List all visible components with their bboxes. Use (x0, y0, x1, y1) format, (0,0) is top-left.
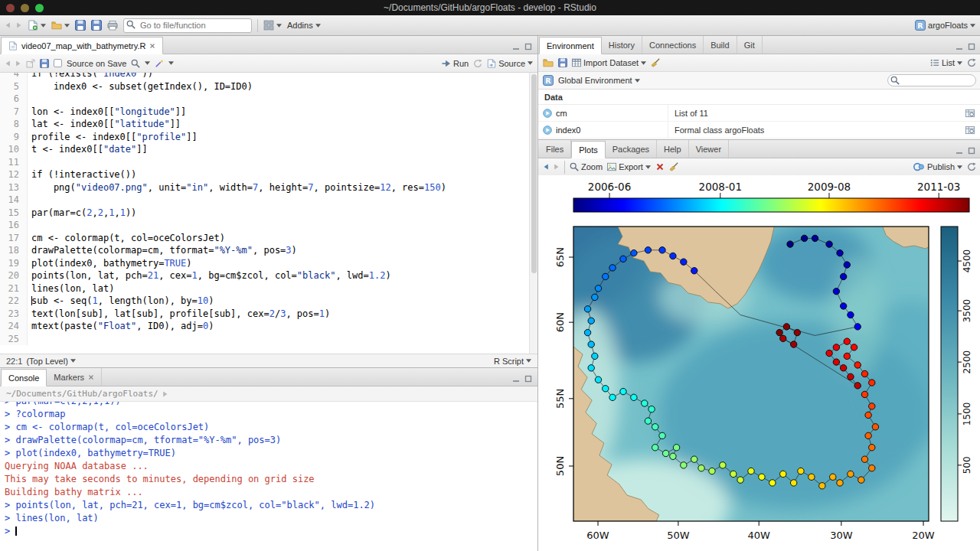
console-output-area[interactable]: > par(mar=c(2,2,1,1))> ?colormap> cm <- … (0, 402, 537, 551)
code-line[interactable]: 10t <- index0[["date"]] (0, 143, 529, 156)
view-object-icon[interactable] (965, 126, 975, 135)
tab-console[interactable]: Console (1, 369, 47, 386)
maximize-pane-icon[interactable] (968, 147, 975, 155)
code-line[interactable]: 22sub <- seq(1, length(lon), by=10) (0, 295, 529, 308)
export-plot-button[interactable]: Export (607, 162, 651, 171)
new-file-button[interactable] (28, 20, 46, 31)
r-logo-icon (543, 75, 554, 86)
tab-files[interactable]: Files (539, 140, 571, 158)
save-file-icon[interactable] (40, 59, 49, 68)
code-line[interactable]: 7lon <- index0[["longitude"]] (0, 106, 529, 119)
publish-button[interactable]: Publish (913, 161, 962, 172)
project-menu-button[interactable]: argoFloats (915, 20, 975, 31)
minimize-pane-icon[interactable] (512, 43, 520, 51)
cursor-position: 22:1 (6, 357, 22, 366)
source-on-save-checkbox[interactable] (54, 59, 62, 67)
environment-scope-selector[interactable]: Global Environment (558, 76, 640, 85)
maximize-pane-icon[interactable] (524, 43, 532, 51)
code-line[interactable]: 4if (!exists("index0")) (0, 73, 529, 80)
rerun-icon[interactable] (473, 59, 482, 68)
minimize-pane-icon[interactable] (512, 375, 520, 383)
export-image-icon (607, 162, 616, 171)
tab-connections[interactable]: Connections (642, 36, 704, 54)
close-tab-icon[interactable] (88, 374, 94, 380)
open-file-button[interactable] (51, 20, 70, 31)
next-plot-icon[interactable] (554, 164, 560, 170)
goto-directory-icon[interactable] (162, 391, 168, 397)
run-button[interactable]: Run (442, 59, 469, 68)
tab-plots[interactable]: Plots (571, 141, 605, 158)
close-tab-icon[interactable] (149, 43, 155, 49)
editor-tabbar: video07_map_with_bathymetry.R (0, 36, 537, 54)
view-mode-button[interactable]: List (930, 58, 962, 67)
editor-scrollbar[interactable] (529, 73, 537, 354)
save-workspace-icon[interactable] (558, 58, 567, 67)
code-line[interactable]: 19plot(index0, bathymetry=TRUE) (0, 257, 529, 270)
expand-object-icon[interactable] (543, 109, 552, 118)
previous-plot-icon[interactable] (543, 164, 549, 170)
code-line[interactable]: 6 (0, 93, 529, 106)
forward-icon[interactable] (16, 22, 22, 28)
code-tools-icon[interactable] (155, 59, 164, 68)
code-line[interactable]: 14 (0, 194, 529, 207)
scope-selector[interactable]: (Top Level) (26, 357, 75, 366)
tab-source-file[interactable]: video07_map_with_bathymetry.R (1, 37, 163, 54)
tab-help[interactable]: Help (657, 140, 689, 158)
environment-object-row[interactable]: index0Formal class argoFloats (538, 122, 980, 139)
code-line[interactable]: 20points(lon, lat, pch=21, cex=1, bg=cm$… (0, 269, 529, 282)
find-replace-icon[interactable] (131, 59, 140, 68)
save-all-icon[interactable] (91, 20, 102, 31)
code-line[interactable]: 5 index0 <- subset(getIndex(), ID=ID0) (0, 80, 529, 93)
nav-forward-icon[interactable] (15, 60, 21, 67)
goto-file-input[interactable] (123, 18, 252, 33)
environment-object-row[interactable]: cmList of 11 (538, 105, 980, 122)
tab-viewer[interactable]: Viewer (689, 140, 729, 158)
import-dataset-button[interactable]: Import Dataset (572, 58, 646, 67)
save-icon[interactable] (75, 20, 86, 31)
code-line[interactable]: 24mtext(paste("Float", ID0), adj=0) (0, 320, 529, 333)
code-line[interactable]: 11 (0, 156, 529, 169)
code-line[interactable]: 13 png("video07.png", unit="in", width=7… (0, 181, 529, 194)
tab-history[interactable]: History (602, 36, 642, 54)
popout-editor-icon[interactable] (26, 59, 35, 68)
code-text: text(lon[sub], lat[sub], profile[sub], c… (28, 308, 330, 321)
code-line[interactable]: 25 (0, 333, 529, 346)
maximize-pane-icon[interactable] (524, 375, 532, 383)
minimize-pane-icon[interactable] (956, 43, 963, 51)
refresh-environment-icon[interactable] (967, 58, 976, 67)
code-line[interactable]: 18drawPalette(colormap=cm, tformat="%Y-%… (0, 244, 529, 257)
maximize-pane-icon[interactable] (968, 43, 975, 51)
expand-object-icon[interactable] (543, 126, 552, 135)
nav-back-icon[interactable] (5, 60, 11, 67)
remove-plot-icon[interactable] (655, 162, 665, 171)
addins-button[interactable]: Addins (287, 21, 321, 30)
code-line[interactable]: 9profile <- index0[["profile"]] (0, 131, 529, 144)
view-object-icon[interactable] (965, 109, 975, 118)
tab-markers[interactable]: Markers (47, 368, 102, 386)
code-line[interactable]: 16 (0, 219, 529, 232)
workspace-panes-button[interactable] (263, 20, 282, 31)
clear-workspace-broom-icon[interactable] (651, 58, 660, 67)
tab-environment[interactable]: Environment (539, 37, 602, 54)
code-line[interactable]: 12if (!interactive()) (0, 168, 529, 181)
minimize-pane-icon[interactable] (956, 147, 963, 155)
code-line[interactable]: 15par(mar=c(2,2,1,1)) (0, 207, 529, 220)
code-line[interactable]: 21lines(lon, lat) (0, 282, 529, 295)
code-editor[interactable]: 4if (!exists("index0"))5 index0 <- subse… (0, 73, 537, 354)
zoom-plot-button[interactable]: Zoom (570, 162, 603, 171)
environment-search-input[interactable] (887, 74, 976, 86)
code-line[interactable]: 8lat <- index0[["latitude"]] (0, 118, 529, 131)
tab-git[interactable]: Git (737, 36, 763, 54)
editor-scrollbar-thumb[interactable] (531, 74, 537, 273)
tab-packages[interactable]: Packages (606, 140, 657, 158)
file-type-selector[interactable]: R Script (494, 357, 531, 366)
load-workspace-icon[interactable] (543, 57, 554, 68)
tab-build[interactable]: Build (704, 36, 737, 54)
refresh-plot-icon[interactable] (967, 162, 976, 171)
source-button[interactable]: Source (487, 59, 533, 68)
code-line[interactable]: 23text(lon[sub], lat[sub], profile[sub],… (0, 308, 529, 321)
back-icon[interactable] (5, 22, 11, 28)
clear-all-plots-broom-icon[interactable] (669, 162, 678, 171)
code-line[interactable]: 17cm <- colormap(t, col=oceColorsJet) (0, 232, 529, 245)
print-icon[interactable] (107, 20, 118, 31)
